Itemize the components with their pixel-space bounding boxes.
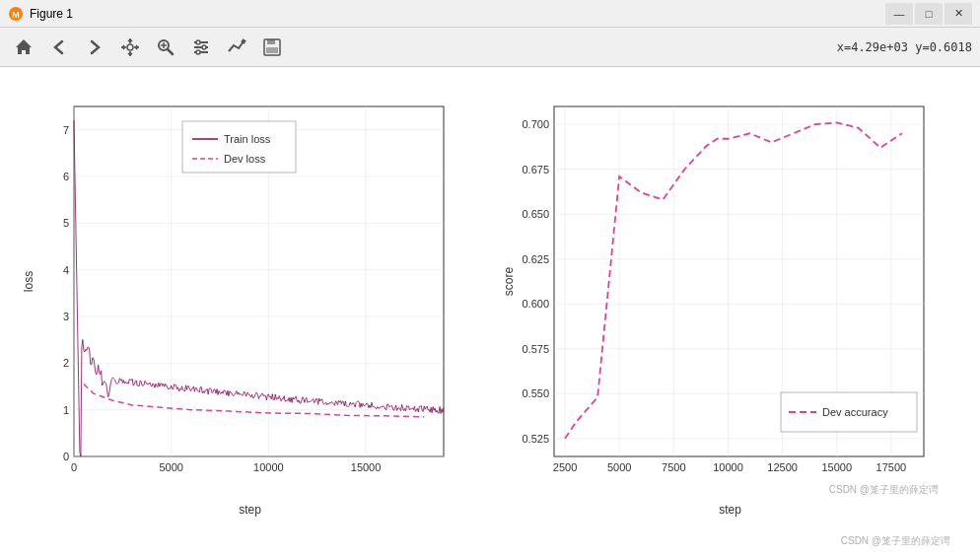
- save-icon: [262, 37, 282, 57]
- edit-lines-button[interactable]: [221, 32, 252, 63]
- configure-icon: [191, 37, 211, 57]
- home-button[interactable]: [8, 32, 39, 63]
- back-icon: [49, 37, 69, 57]
- score-chart[interactable]: [500, 87, 944, 501]
- zoom-button[interactable]: [150, 32, 181, 63]
- forward-button[interactable]: [79, 32, 110, 63]
- svg-rect-16: [267, 39, 275, 44]
- home-icon: [14, 37, 34, 57]
- svg-point-13: [196, 50, 200, 54]
- loss-chart-container: step: [20, 87, 480, 538]
- edit-lines-icon: [227, 37, 246, 57]
- maximize-button[interactable]: □: [915, 3, 943, 25]
- loss-chart-xlabel: step: [20, 503, 480, 517]
- svg-text:M: M: [12, 10, 20, 20]
- score-chart-xlabel: step: [500, 503, 960, 517]
- toolbar: x=4.29e+03 y=0.6018: [0, 28, 980, 67]
- svg-marker-2: [16, 39, 32, 54]
- save-button[interactable]: [256, 32, 288, 63]
- close-button[interactable]: ✕: [945, 3, 972, 25]
- coords-display: x=4.29e+03 y=0.6018: [837, 40, 972, 54]
- pan-icon: [120, 37, 140, 57]
- window-controls: — □ ✕: [885, 3, 972, 25]
- title-bar: M Figure 1 — □ ✕: [0, 0, 980, 28]
- svg-point-12: [202, 45, 206, 49]
- watermark: CSDN @笼子里的薛定谔: [841, 534, 950, 548]
- pan-button[interactable]: [114, 32, 146, 63]
- svg-line-5: [168, 49, 173, 54]
- charts-row: step step: [20, 77, 960, 548]
- app-icon: M: [8, 6, 24, 22]
- window-title: Figure 1: [30, 7, 885, 21]
- svg-rect-17: [266, 47, 278, 53]
- loss-chart[interactable]: [20, 87, 463, 501]
- minimize-button[interactable]: —: [885, 3, 913, 25]
- forward-icon: [85, 37, 105, 57]
- svg-point-11: [196, 40, 200, 44]
- svg-point-3: [127, 44, 133, 50]
- zoom-icon: [156, 37, 175, 57]
- main-content: step step CSDN @笼子里的薛定谔: [0, 67, 980, 558]
- configure-button[interactable]: [185, 32, 217, 63]
- score-chart-container: step: [500, 87, 960, 538]
- back-button[interactable]: [43, 32, 75, 63]
